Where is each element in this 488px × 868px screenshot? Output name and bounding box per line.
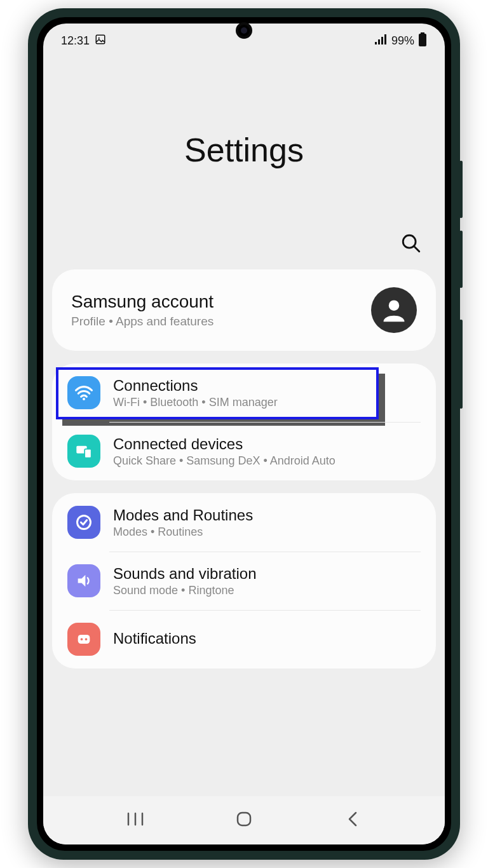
settings-item-connected-devices[interactable]: Connected devices Quick Share • Samsung … bbox=[52, 422, 436, 480]
volume-up-button[interactable] bbox=[459, 161, 463, 218]
settings-list[interactable]: Samsung account Profile • Apps and featu… bbox=[43, 269, 445, 796]
settings-item-sounds[interactable]: Sounds and vibration Sound mode • Ringto… bbox=[52, 552, 436, 610]
svg-rect-0 bbox=[96, 35, 105, 44]
battery-icon bbox=[418, 32, 427, 50]
svg-rect-13 bbox=[85, 449, 92, 458]
account-card[interactable]: Samsung account Profile • Apps and featu… bbox=[52, 269, 436, 351]
svg-line-9 bbox=[414, 246, 419, 252]
signal-icon bbox=[375, 34, 388, 48]
svg-rect-5 bbox=[384, 34, 386, 44]
svg-point-16 bbox=[81, 638, 83, 641]
settings-group-2: Modes and Routines Modes • Routines Soun… bbox=[52, 493, 436, 668]
settings-item-connections[interactable]: Connections Wi-Fi • Bluetooth • SIM mana… bbox=[52, 363, 436, 422]
item-title: Connections bbox=[113, 377, 278, 395]
settings-item-modes[interactable]: Modes and Routines Modes • Routines bbox=[52, 493, 436, 552]
settings-item-notifications[interactable]: Notifications bbox=[52, 610, 436, 668]
avatar[interactable] bbox=[371, 287, 417, 333]
item-title: Modes and Routines bbox=[113, 506, 253, 524]
home-button[interactable] bbox=[231, 806, 257, 832]
svg-point-1 bbox=[98, 37, 100, 39]
devices-icon bbox=[67, 435, 100, 468]
front-camera bbox=[236, 22, 252, 39]
svg-point-11 bbox=[83, 398, 85, 400]
power-button[interactable] bbox=[459, 320, 463, 409]
svg-rect-6 bbox=[421, 32, 424, 34]
item-subtitle: Sound mode • Ringtone bbox=[113, 584, 257, 597]
account-subtitle: Profile • Apps and features bbox=[71, 315, 214, 329]
svg-rect-7 bbox=[419, 34, 426, 46]
notifications-icon bbox=[67, 623, 100, 656]
item-subtitle: Modes • Routines bbox=[113, 526, 253, 539]
svg-rect-2 bbox=[375, 42, 377, 44]
status-time: 12:31 bbox=[61, 34, 90, 48]
back-button[interactable] bbox=[340, 806, 365, 832]
volume-down-button[interactable] bbox=[459, 231, 463, 288]
svg-point-17 bbox=[85, 638, 88, 641]
item-title: Notifications bbox=[113, 630, 196, 648]
modes-icon bbox=[67, 506, 100, 539]
account-title: Samsung account bbox=[71, 292, 214, 312]
item-subtitle: Wi-Fi • Bluetooth • SIM manager bbox=[113, 396, 278, 409]
settings-group-1: Connections Wi-Fi • Bluetooth • SIM mana… bbox=[52, 363, 436, 480]
svg-point-10 bbox=[389, 300, 400, 311]
navigation-bar bbox=[43, 796, 445, 844]
svg-rect-4 bbox=[381, 37, 383, 44]
phone-frame: 12:31 99% Settings bbox=[28, 8, 460, 860]
gallery-icon bbox=[95, 34, 106, 48]
page-title: Settings bbox=[43, 131, 445, 169]
item-title: Connected devices bbox=[113, 435, 336, 453]
header: Settings bbox=[43, 55, 445, 233]
wifi-icon bbox=[67, 376, 100, 409]
sound-icon bbox=[67, 564, 100, 597]
svg-rect-3 bbox=[378, 39, 380, 44]
svg-rect-15 bbox=[78, 635, 90, 644]
search-button[interactable] bbox=[400, 233, 422, 257]
svg-rect-21 bbox=[238, 813, 250, 825]
recents-button[interactable] bbox=[123, 806, 148, 832]
item-title: Sounds and vibration bbox=[113, 565, 257, 583]
item-subtitle: Quick Share • Samsung DeX • Android Auto bbox=[113, 454, 336, 468]
battery-percentage: 99% bbox=[391, 34, 414, 48]
